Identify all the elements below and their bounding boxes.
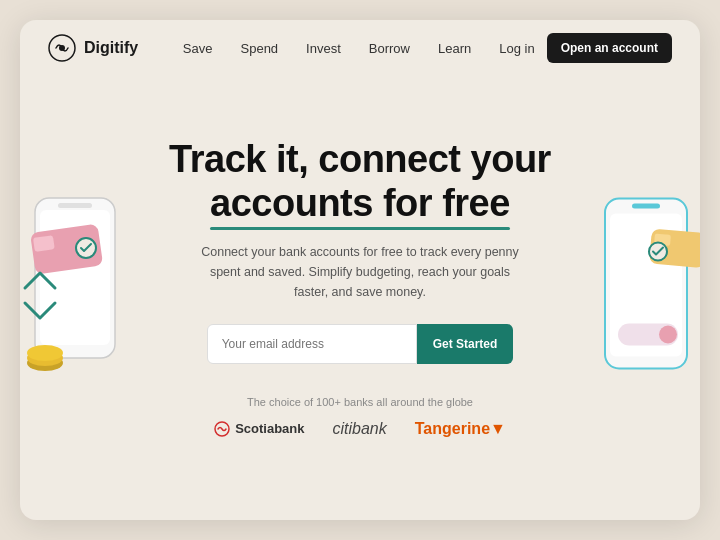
nav-borrow[interactable]: Borrow [369,41,410,56]
banks-logos: Scotiabank citibank Tangerine▼ [214,420,506,438]
citibank-logo: citibank [333,420,387,438]
banks-section: The choice of 100+ banks all around the … [214,396,506,458]
nav-spend[interactable]: Spend [241,41,279,56]
hero-subtitle: Connect your bank accounts for free to t… [200,242,520,302]
brand-name: Digitify [84,39,138,57]
phone-left-illustration [20,188,140,388]
email-input[interactable] [207,324,417,364]
svg-point-18 [659,326,677,344]
nav-invest[interactable]: Invest [306,41,341,56]
banks-label: The choice of 100+ banks all around the … [214,396,506,408]
phone-right-illustration [590,194,700,384]
email-form: Get Started [207,324,514,364]
nav-save[interactable]: Save [183,41,213,56]
scotiabank-logo: Scotiabank [214,421,304,437]
hero-title: Track it, connect your accounts for free [169,138,551,225]
svg-rect-6 [33,235,55,252]
tangerine-logo: Tangerine▼ [415,420,506,438]
nav-learn[interactable]: Learn [438,41,471,56]
svg-point-10 [27,345,63,361]
navbar: Digitify Save Spend Invest Borrow Learn … [20,20,700,76]
hero-section: Track it, connect your accounts for free… [20,76,700,520]
get-started-button[interactable]: Get Started [417,324,514,364]
svg-rect-4 [58,203,92,208]
logo-icon [48,34,76,62]
login-link[interactable]: Log in [499,41,534,56]
svg-point-1 [59,45,65,51]
svg-rect-13 [632,204,660,209]
open-account-button[interactable]: Open an account [547,33,672,63]
main-card: Digitify Save Spend Invest Borrow Learn … [20,20,700,520]
logo: Digitify [48,34,138,62]
nav-links: Save Spend Invest Borrow Learn [183,41,471,56]
